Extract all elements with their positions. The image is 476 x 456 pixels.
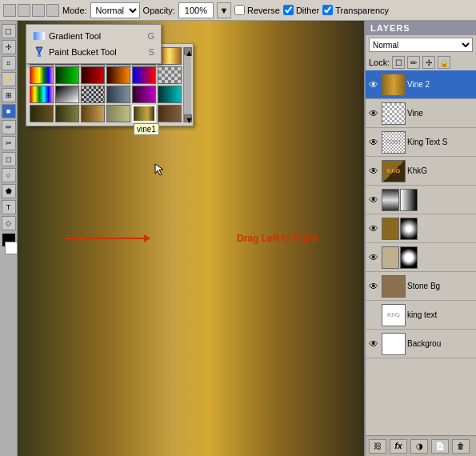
tool-magic[interactable]: ⚡ <box>2 72 16 86</box>
tool-dodge[interactable]: ○ <box>2 168 16 182</box>
tool-gradient[interactable]: ■ <box>2 104 16 118</box>
swatch-dark1[interactable] <box>30 105 54 122</box>
tool-crop[interactable]: ⊞ <box>2 88 16 102</box>
layer-background[interactable]: 👁 Backgrou <box>366 330 476 358</box>
mode-dropdown[interactable]: Normal <box>90 2 140 18</box>
tool-popup: Gradient Tool G Paint Bucket Tool S <box>26 24 162 64</box>
layer-eye-6[interactable]: 👁 <box>367 222 380 235</box>
layer-thumb-7b <box>400 246 418 269</box>
tool-lasso[interactable]: ⌗ <box>2 56 16 70</box>
layer-name-stonebg: Stone Bg <box>407 282 474 290</box>
canvas-area[interactable]: Gradient Tool G Paint Bucket Tool S <box>18 21 364 456</box>
fx-button[interactable]: fx <box>390 439 407 454</box>
swatch-green[interactable] <box>55 66 79 84</box>
layers-title: LAYERS <box>366 21 476 35</box>
lock-all-icon[interactable]: 🔒 <box>438 56 450 69</box>
opacity-arrow[interactable]: ▼ <box>217 2 231 18</box>
reverse-checkbox[interactable] <box>234 5 245 15</box>
tool-brush[interactable]: ✏ <box>2 120 16 134</box>
new-layer-button[interactable]: 📄 <box>431 439 449 454</box>
gradient-tool-label: Gradient Tool <box>49 31 101 41</box>
tool-square-3[interactable] <box>32 4 45 17</box>
new-adjustment-button[interactable]: ◑ <box>410 439 428 454</box>
layer-eye-stonebg[interactable]: 👁 <box>367 280 380 293</box>
tool-eraser[interactable]: ◻ <box>2 152 16 166</box>
swatch-checker2[interactable] <box>81 86 105 103</box>
swatch-diag[interactable] <box>55 86 79 103</box>
layer-eye-khkg[interactable]: 👁 <box>367 165 380 178</box>
gradient-scrollbar[interactable]: ▲ ▼ <box>183 47 191 122</box>
layer-eye-kingtextl[interactable] <box>367 309 380 322</box>
layer-vine2[interactable]: 👁 Vine 2 <box>366 70 476 99</box>
lock-check-icon[interactable]: ☐ <box>392 56 405 69</box>
main-area: ▢ ✢ ⌗ ⚡ ⊞ ■ ✏ ✂ ◻ ○ ⬟ T ◇ Gradient <box>0 21 476 456</box>
transparency-group: Transparency <box>322 5 389 15</box>
swatch-vine1[interactable]: vine1 <box>132 105 156 122</box>
tool-type[interactable]: T <box>2 200 16 214</box>
layer-kingtext[interactable]: 👁 FONT King Text S <box>366 128 476 157</box>
swatch-red[interactable] <box>81 66 105 84</box>
layers-blend-row: Normal <box>366 35 476 54</box>
layer-thumbgroup-7 <box>382 246 418 269</box>
swatch-spectrum[interactable] <box>30 86 54 103</box>
layer-stonebg[interactable]: 👁 Stone Bg <box>366 272 476 301</box>
layer-eye-background[interactable]: 👁 <box>367 338 380 350</box>
opacity-input[interactable] <box>178 2 214 18</box>
delete-layer-button[interactable]: 🗑 <box>452 439 470 454</box>
swatch-checker[interactable] <box>158 66 182 84</box>
paint-bucket-shortcut: S <box>149 47 154 57</box>
gradient-tool-item[interactable]: Gradient Tool G <box>30 28 158 44</box>
layers-footer: ⛓ fx ◑ 📄 🗑 <box>366 435 476 456</box>
tool-path[interactable]: ⬟ <box>2 184 16 198</box>
swatch-orange[interactable] <box>106 66 130 84</box>
layers-panel: LAYERS Normal Lock: ☐ ✏ ✢ 🔒 👁 Vine 2 👁 <box>364 21 476 456</box>
swatch-dark6[interactable] <box>158 105 182 122</box>
layer-thumb-7a <box>382 246 399 269</box>
lock-pen-icon[interactable]: ✏ <box>407 56 420 69</box>
layer-eye-7[interactable]: 👁 <box>367 251 380 264</box>
swatch-rainbow2[interactable] <box>30 66 54 84</box>
lock-move-icon[interactable]: ✢ <box>422 56 435 69</box>
tool-select[interactable]: ▢ <box>2 24 16 38</box>
tool-square-1[interactable] <box>3 4 16 17</box>
link-button[interactable]: ⛓ <box>369 439 386 454</box>
layer-khkg[interactable]: 👁 KhG KhkG <box>366 157 476 186</box>
layer-eye-5[interactable]: 👁 <box>367 194 380 206</box>
swatch-cyan[interactable] <box>158 86 182 103</box>
tool-square-4[interactable] <box>46 4 59 17</box>
transparency-checkbox[interactable] <box>322 5 333 15</box>
layer-5[interactable]: 👁 <box>366 186 476 214</box>
tool-square-2[interactable] <box>18 4 30 17</box>
tool-move[interactable]: ✢ <box>2 40 16 54</box>
layer-kingtextl[interactable]: KhG king text <box>366 301 476 330</box>
lock-label: Lock: <box>369 58 390 67</box>
paint-bucket-label: Paint Bucket Tool <box>49 47 117 57</box>
swatch-dark4[interactable] <box>106 105 130 122</box>
scroll-up[interactable]: ▲ <box>184 47 192 55</box>
swatch-purp[interactable] <box>132 86 156 103</box>
layer-thumb-kingtextl: KhG <box>382 304 406 326</box>
layer-vine[interactable]: 👁 Vine <box>366 99 476 128</box>
background-color[interactable] <box>5 242 18 254</box>
layer-name-vine2: Vine 2 <box>407 80 474 89</box>
tool-shape[interactable]: ◇ <box>2 216 16 230</box>
transparency-label: Transparency <box>335 6 389 15</box>
layer-eye-vine2[interactable]: 👁 <box>367 78 380 91</box>
layer-6[interactable]: 👁 <box>366 214 476 243</box>
layer-eye-vine[interactable]: 👁 <box>367 107 380 120</box>
blend-mode-dropdown[interactable]: Normal <box>369 38 473 52</box>
swatch-bluegray[interactable] <box>106 86 130 103</box>
scroll-down[interactable]: ▼ <box>184 114 192 122</box>
layers-lock-row: Lock: ☐ ✏ ✢ 🔒 <box>366 54 476 70</box>
swatch-dark2[interactable] <box>55 105 79 122</box>
gradient-tool-shortcut: G <box>147 31 154 41</box>
swatch-bluered[interactable] <box>132 66 156 84</box>
paint-bucket-item[interactable]: Paint Bucket Tool S <box>30 44 158 60</box>
svg-rect-2 <box>38 54 41 57</box>
layer-eye-kingtext[interactable]: 👁 <box>367 136 380 149</box>
tool-clone[interactable]: ✂ <box>2 136 16 150</box>
swatch-dark3[interactable] <box>81 105 105 122</box>
dither-checkbox[interactable] <box>283 5 294 15</box>
layer-thumb-vine2 <box>382 74 406 96</box>
layer-7[interactable]: 👁 <box>366 243 476 272</box>
